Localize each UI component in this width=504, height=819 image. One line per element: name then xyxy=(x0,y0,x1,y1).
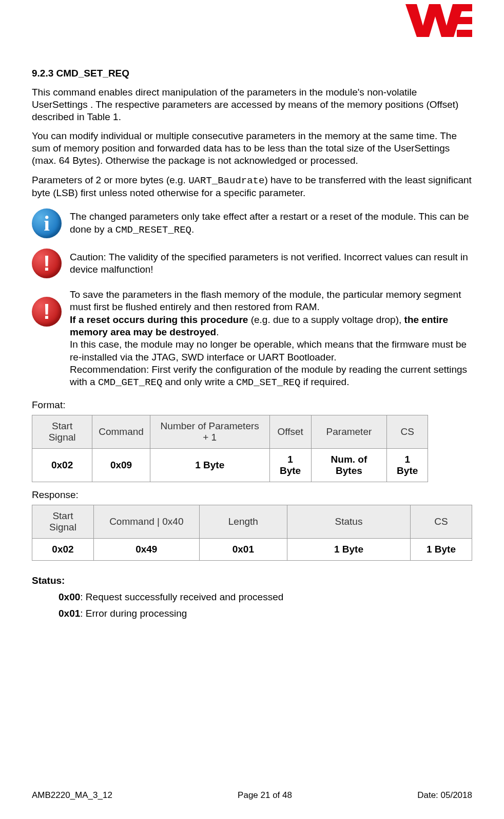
fmt-h5: CS xyxy=(387,415,428,448)
status-code-2: 0x01 xyxy=(59,608,80,619)
note3-line1: To save the parameters in the flash memo… xyxy=(70,289,461,312)
caution-note-2: ! To save the parameters in the flash me… xyxy=(32,289,472,389)
note3-mid: (e.g. due to a supply voltage drop), xyxy=(248,314,404,325)
info-note: i The changed parameters only take effec… xyxy=(32,208,472,238)
note3-rec-b: and only write a xyxy=(162,376,236,387)
resp-c4: 1 Byte xyxy=(410,538,472,560)
svg-rect-2 xyxy=(457,30,472,37)
status-block: Status: 0x00: Request successfully recei… xyxy=(32,575,472,619)
fmt-h4: Parameter xyxy=(311,415,387,448)
note3-dot: . xyxy=(216,327,219,337)
fmt-h0: Start Signal xyxy=(32,415,92,448)
resp-c3: 1 Byte xyxy=(287,538,411,560)
para3-lead: Parameters of 2 or more bytes (e.g. xyxy=(32,175,188,185)
status-line-2: 0x01: Error during processing xyxy=(59,608,472,619)
table-row: 0x02 0x09 1 Byte 1 Byte Num. of Bytes 1 … xyxy=(32,448,428,482)
warning-icon: ! xyxy=(32,297,62,327)
paragraph-2: You can modify individual or multiple co… xyxy=(32,130,472,166)
fmt-c2: 1 Byte xyxy=(150,448,269,482)
fmt-h2: Number of Parameters + 1 xyxy=(150,415,269,448)
resp-h0: Start Signal xyxy=(32,505,94,538)
status-heading: Status: xyxy=(32,575,472,586)
fmt-h3: Offset xyxy=(269,415,311,448)
paragraph-3: Parameters of 2 or more bytes (e.g. UART… xyxy=(32,174,472,200)
resp-c1: 0x49 xyxy=(93,538,199,560)
paragraph-1: This command enables direct manipulation… xyxy=(32,86,472,123)
footer-left: AMB2220_MA_3_12 xyxy=(32,790,112,801)
fmt-c1: 0x09 xyxy=(92,448,150,482)
warning-icon: ! xyxy=(32,249,62,278)
fmt-c0: 0x02 xyxy=(32,448,92,482)
page-footer: AMB2220_MA_3_12 Page 21 of 48 Date: 05/2… xyxy=(32,790,472,801)
svg-rect-1 xyxy=(457,17,472,24)
caution-note-1-text: Caution: The validity of the specified p… xyxy=(70,251,472,276)
info-icon: i xyxy=(32,208,62,238)
fmt-c5: 1 Byte xyxy=(387,448,428,482)
svg-rect-0 xyxy=(457,4,472,11)
status-line-1: 0x00: Request successfully received and … xyxy=(59,592,472,603)
fmt-c4: Num. of Bytes xyxy=(311,448,387,482)
note1-tail: . xyxy=(191,224,194,235)
note3-line3: In this case, the module may no longer b… xyxy=(70,339,467,362)
table-header-row: Start Signal Command | 0x40 Length Statu… xyxy=(32,505,472,538)
status-text-1: : Request successfully received and proc… xyxy=(80,592,283,602)
fmt-h1: Command xyxy=(92,415,150,448)
note3-rec-c: if required. xyxy=(300,376,349,387)
response-label: Response: xyxy=(32,489,472,501)
caution-note-1: ! Caution: The validity of the specified… xyxy=(32,249,472,278)
format-table: Start Signal Command Number of Parameter… xyxy=(32,415,428,482)
note1-code: CMD_RESET_REQ xyxy=(115,224,191,236)
note3-code2: CMD_SET_REQ xyxy=(236,377,300,388)
resp-h1: Command | 0x40 xyxy=(93,505,199,538)
status-text-2: : Error during processing xyxy=(80,608,187,619)
status-code-1: 0x00 xyxy=(59,592,80,602)
para3-code: UART_Baudrate xyxy=(188,175,264,186)
note3-bold1: If a reset occurs during this procedure xyxy=(70,314,248,325)
caution-note-2-text: To save the parameters in the flash memo… xyxy=(70,289,472,389)
footer-center: Page 21 of 48 xyxy=(238,790,292,801)
info-note-text: The changed parameters only take effect … xyxy=(70,211,472,236)
note3-code1: CMD_GET_REQ xyxy=(98,377,162,388)
format-label: Format: xyxy=(32,399,472,411)
resp-c0: 0x02 xyxy=(32,538,94,560)
table-row: 0x02 0x49 0x01 1 Byte 1 Byte xyxy=(32,538,472,560)
section-heading: 9.2.3 CMD_SET_REQ xyxy=(32,68,472,79)
response-table: Start Signal Command | 0x40 Length Statu… xyxy=(32,505,472,561)
we-logo-icon xyxy=(405,4,472,41)
footer-right: Date: 05/2018 xyxy=(417,790,472,801)
fmt-c3: 1 Byte xyxy=(269,448,311,482)
resp-h2: Length xyxy=(199,505,287,538)
table-header-row: Start Signal Command Number of Parameter… xyxy=(32,415,428,448)
resp-c2: 0x01 xyxy=(199,538,287,560)
resp-h3: Status xyxy=(287,505,411,538)
resp-h4: CS xyxy=(410,505,472,538)
